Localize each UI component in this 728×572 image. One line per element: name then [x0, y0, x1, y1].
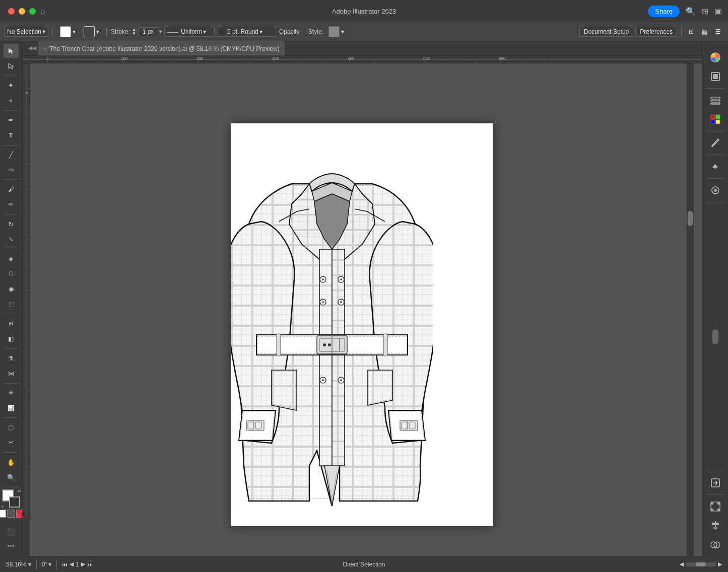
symbol-sprayer-tool[interactable]: ✳ — [4, 386, 19, 400]
background-swatch[interactable] — [9, 496, 20, 508]
transform-panel-btn[interactable] — [706, 497, 724, 516]
magic-wand-tool[interactable]: ✦ — [4, 79, 19, 93]
minimize-button[interactable] — [19, 8, 25, 15]
tools-divider-9 — [4, 383, 19, 384]
eyedropper-tool[interactable]: ⚗ — [4, 351, 19, 366]
no-fill-icon[interactable] — [16, 510, 23, 518]
svg-point-78 — [340, 278, 342, 280]
type-tool[interactable]: T — [4, 128, 19, 142]
brushes-panel-btn[interactable] — [706, 134, 724, 152]
hand-tool[interactable]: ✋ — [4, 455, 19, 469]
slice-tool[interactable]: ✂ — [4, 436, 19, 450]
color-panel-btn[interactable] — [706, 48, 724, 66]
selection-tool[interactable] — [4, 44, 19, 58]
align-panel-btn[interactable] — [706, 517, 724, 535]
share-button[interactable]: Share — [648, 6, 680, 17]
change-screen-mode[interactable]: ⬛ — [4, 524, 19, 539]
preferences-button[interactable]: Preferences — [635, 27, 677, 37]
warp-tool[interactable]: ◈ — [4, 252, 19, 266]
pencil-tool[interactable]: ✏ — [4, 197, 19, 211]
maximize-button[interactable] — [29, 8, 36, 15]
horizontal-scrollbar[interactable] — [686, 562, 716, 566]
tab-close-icon[interactable]: × — [43, 46, 46, 52]
style-swatch[interactable] — [328, 26, 340, 37]
export-panel-btn[interactable] — [706, 474, 724, 492]
mesh-tool[interactable]: ⊞ — [4, 317, 19, 331]
blend-tool[interactable]: ⋈ — [4, 367, 19, 381]
svg-point-76 — [322, 379, 324, 381]
stroke-profile-dropdown[interactable]: 5 pt. Round ▾ — [217, 27, 277, 37]
toggle-arrow-left[interactable]: ◀ — [680, 561, 684, 567]
line-tool[interactable]: ╱ — [4, 148, 19, 162]
align-icon[interactable]: ▦ — [699, 27, 710, 36]
fill-swatch[interactable] — [60, 26, 71, 37]
pen-tool[interactable]: ✒ — [4, 113, 19, 127]
horizontal-scroll-thumb[interactable] — [696, 562, 706, 566]
collapse-panel-icon[interactable]: ◀◀ — [26, 45, 38, 51]
document-setup-button[interactable]: Document Setup — [579, 27, 633, 37]
next-page-icon[interactable]: ▶ — [81, 561, 85, 567]
swap-colors-icon[interactable]: ⇌ — [18, 488, 21, 493]
zoom-control[interactable]: 58.16% ▾ — [6, 561, 31, 568]
last-page-icon[interactable]: ⏭ — [87, 561, 93, 567]
scale-tool[interactable]: ⤡ — [4, 232, 19, 246]
first-page-icon[interactable]: ⏮ — [62, 561, 68, 567]
more-tools-button[interactable]: ••• — [7, 542, 15, 550]
canvas-with-ruler: 0 — [22, 63, 694, 556]
lasso-tool[interactable]: ⌖ — [4, 94, 19, 108]
paintbrush-tool[interactable]: 🖌 — [4, 182, 19, 196]
zoom-tool[interactable]: 🔍 — [4, 470, 19, 484]
gradient-fill-icon[interactable] — [7, 510, 15, 518]
style-swatch-item[interactable]: ▾ — [325, 25, 347, 38]
canvas-scroll-area[interactable] — [30, 63, 694, 556]
title-bar: ⌂ Adobe Illustrator 2023 Share 🔍 ⊞ ▣ — [0, 0, 728, 22]
perspective-tool[interactable]: ⬚ — [4, 297, 19, 311]
fill-color-item[interactable]: ▾ — [57, 25, 79, 38]
color-fill-icon[interactable] — [0, 510, 6, 518]
home-icon[interactable]: ⌂ — [40, 7, 45, 16]
zoom-dropdown-icon: ▾ — [28, 561, 31, 568]
window-controls — [8, 8, 36, 15]
scroll-thumb[interactable] — [688, 211, 693, 226]
stroke-color-item[interactable]: ▾ — [81, 25, 102, 38]
arrange-icon[interactable]: ⊞ — [686, 27, 697, 36]
prev-page-icon[interactable]: ◀ — [70, 561, 74, 567]
graphic-styles-btn[interactable] — [706, 181, 724, 199]
layers-icon[interactable]: ☰ — [712, 27, 724, 36]
page-number: 1 — [76, 561, 79, 568]
swatches-panel-btn[interactable] — [706, 110, 724, 128]
free-transform-tool[interactable]: ⬡ — [4, 267, 19, 281]
direct-selection-tool[interactable] — [4, 59, 19, 73]
stroke-style-dropdown[interactable]: —— Uniform ▾ — [164, 27, 215, 37]
reset-colors-icon[interactable]: ⊙ — [1, 504, 5, 509]
layers-panel-btn[interactable] — [706, 91, 724, 109]
document-tab[interactable]: × The Trench Coat (Adobe Illustrator 202… — [38, 41, 285, 55]
rotation-control[interactable]: 0° ▾ — [42, 561, 51, 568]
appearance-panel-btn[interactable] — [706, 67, 724, 86]
pathfinder-panel-btn[interactable] — [706, 536, 724, 554]
vertical-scrollbar[interactable] — [687, 63, 694, 556]
column-graph-tool[interactable]: 📊 — [4, 401, 19, 415]
svg-rect-107 — [711, 115, 715, 119]
stroke-swatch[interactable] — [84, 26, 95, 37]
tools-divider-2 — [4, 110, 19, 111]
stroke-arrows[interactable]: ▲ ▼ — [132, 28, 136, 36]
toggle-arrow-right[interactable]: ▶ — [718, 561, 722, 567]
close-button[interactable] — [8, 8, 15, 15]
right-panel-divider-4 — [706, 178, 724, 179]
panel-scroll-thumb[interactable] — [712, 329, 718, 344]
grid-icon[interactable]: ⊞ — [702, 7, 708, 16]
rectangle-tool[interactable]: ▭ — [4, 163, 19, 177]
search-icon[interactable]: 🔍 — [686, 7, 696, 16]
no-selection-dropdown[interactable]: No Selection ▾ — [4, 27, 48, 37]
shape-builder-tool[interactable]: ◉ — [4, 282, 19, 296]
symbols-panel-btn[interactable]: ♣ — [706, 158, 724, 176]
gradient-tool[interactable]: ◧ — [4, 332, 19, 346]
svg-rect-105 — [711, 100, 720, 102]
artboard-tool[interactable]: ▢ — [4, 420, 19, 435]
fill-stroke-swatches[interactable]: ⇌ ⊙ — [2, 489, 20, 508]
stroke-input[interactable]: 1 px — [138, 27, 158, 36]
rotate-tool[interactable]: ↻ — [4, 217, 19, 231]
svg-point-84 — [340, 379, 342, 381]
panels-icon[interactable]: ▣ — [714, 7, 722, 16]
